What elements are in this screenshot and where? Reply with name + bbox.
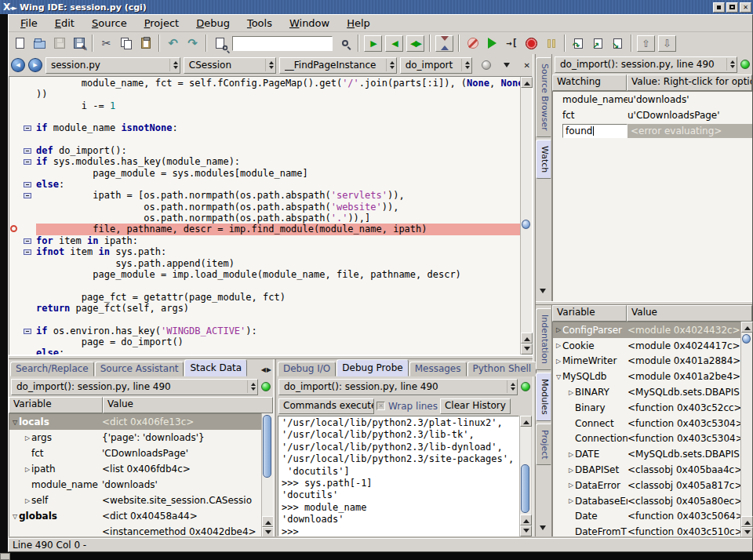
scrollbar-thumb[interactable] [742,334,751,344]
save-file-button[interactable] [49,34,69,53]
expand-right-icon[interactable]: ▷ [567,467,575,474]
shade-button[interactable] [713,2,725,13]
fold-margin[interactable] [21,303,36,314]
tab-scroll-left-icon[interactable]: ◀ [261,366,266,373]
goto-forward-button[interactable]: ▶ [364,35,382,52]
vertical-tab-watch[interactable]: Watch [536,140,551,179]
expand-right-icon[interactable]: ▷ [555,326,562,333]
code-line[interactable]: if module_name is not None: [9,122,520,133]
code-line[interactable]: i -= 1 [9,100,520,111]
menu-source[interactable]: Source [83,16,136,31]
fold-margin[interactable] [21,190,36,201]
code-line[interactable] [9,280,520,291]
variable-row-databaseer[interactable]: ▷DatabaseEr<classobj 0x405a80ec> [553,493,740,509]
code-line[interactable] [9,314,520,325]
scroll-up-icon[interactable] [521,77,533,88]
fold-margin[interactable] [21,280,36,291]
code-line[interactable]: page_module = imp.load_module(module_nam… [9,269,520,280]
scrollbar-trough[interactable] [741,333,752,516]
variable-row-configparser[interactable]: ▷ConfigParser<module 0x4024432c> [553,322,740,338]
fold-marker-icon[interactable] [24,238,31,244]
panel-menu-arrow-icon[interactable] [540,289,546,296]
code-line[interactable]: os.path.normpath(os.path.abspath('.')),] [9,213,520,224]
breakpoint-margin[interactable] [9,145,21,156]
code-line[interactable]: page_fct = getattr(page_module, fct) [9,292,520,303]
scrollbar-trough[interactable] [262,413,273,516]
history-forward-button[interactable]: ▶ [28,58,42,72]
fold-marker-icon[interactable] [24,148,31,154]
tab-messages[interactable]: Messages [409,362,467,376]
variable-row-date[interactable]: Date<function 0x403c5064> [553,509,740,525]
breakpoint-margin[interactable] [9,213,21,224]
expand-down-icon[interactable]: ▽ [11,419,19,426]
tab-stack-data[interactable]: Stack Data [184,359,247,376]
expand-right-icon[interactable]: ▷ [567,482,575,489]
code-line[interactable]: )) [9,89,520,100]
variable-row-binary[interactable]: ▷BINARY<MySQLdb.sets.DBAPIS [553,384,740,400]
undo-button[interactable]: ↶ [163,34,183,53]
variable-row-cookie[interactable]: ▷Cookie<module 0x4024417c> [553,338,740,354]
scrollbar-trough[interactable] [521,88,532,333]
breakpoint-margin[interactable] [9,134,21,145]
editor-close-icon[interactable]: ✕ [524,61,530,70]
breakpoint-margin[interactable] [9,89,21,100]
scrollbar-thumb[interactable] [521,464,529,513]
variable-row-fct[interactable]: fctu'CDownloadsPage' [553,107,752,123]
column-header-value[interactable]: Value: Right-click for options [627,75,752,91]
fold-marker-icon[interactable] [24,329,31,334]
fold-margin[interactable] [21,325,36,336]
step-to-cursor-button[interactable]: →[ [502,34,522,53]
step-over-button[interactable]: ↷ [569,34,588,53]
code-line[interactable]: sys.path.append(item) [9,258,520,269]
fold-margin[interactable] [21,246,36,257]
breakpoint-margin[interactable] [9,269,21,280]
step-out-button[interactable]: ↗ [588,34,608,53]
save-as-button[interactable]: ✎ [69,34,89,53]
breakpoint-margin[interactable] [9,156,21,167]
variable-row-binary[interactable]: Binary<function 0x403c52cc> [553,400,740,416]
breakpoint-margin[interactable] [9,314,21,325]
stop-button[interactable] [522,34,541,53]
code-line[interactable]: page = do_import() [9,336,520,347]
title-bar[interactable]: X-► Wing IDE: session.py (cgi) ✕ [0,0,753,14]
variable-row-self[interactable]: ▷self<website.site_session.CASessio [9,493,261,508]
breakpoint-margin[interactable] [9,111,21,122]
copy-button[interactable] [116,34,136,53]
scrollbar-trough[interactable] [520,427,531,515]
expand-down-icon[interactable]: ▽ [555,373,562,380]
resize-corner[interactable] [0,553,10,560]
modules-vertical-scrollbar[interactable] [740,322,752,538]
variable-row-datefromt[interactable]: DateFromT<function 0x403c510c> [553,524,740,538]
menu-edit[interactable]: Edit [46,16,83,31]
breakpoint-margin[interactable] [9,235,21,246]
variable-row-args[interactable]: ▷args{'page': 'downloads'} [9,430,261,445]
scroll-up-icon[interactable] [520,416,532,427]
expand-right-icon[interactable]: ▷ [567,451,575,458]
open-file-button[interactable] [30,34,49,53]
breakpoint-margin[interactable] [9,347,21,355]
variable-row-date[interactable]: ▷DATE<MySQLdb.sets.DBAPIS [553,446,740,462]
close-button[interactable]: ✕ [740,2,751,13]
variable-row-dbapiset[interactable]: ▷DBAPISet<classobj 0x405baa4c> [553,462,740,478]
code-line[interactable]: page_module = sys.modules[module_name] [9,168,520,179]
fold-margin[interactable] [21,111,36,122]
variable-row-ipath[interactable]: ▷ipath<list 0x406fdb4c> [9,461,261,477]
breakpoint-margin[interactable] [9,202,21,213]
file-combo[interactable]: session.py [45,57,180,74]
variable-row-mimewriter[interactable]: ▷MimeWriter<module 0x401a2884> [553,354,740,369]
fold-margin[interactable] [21,258,36,269]
class-combo[interactable]: CSession [184,57,276,74]
menu-help[interactable]: Help [338,16,379,31]
fold-margin[interactable] [21,78,36,89]
fold-margin[interactable] [21,347,36,355]
expand-right-icon[interactable]: ▷ [567,389,575,396]
scroll-down-icon[interactable] [741,527,753,538]
paste-button[interactable] [136,34,155,53]
search-in-file-button[interactable] [210,34,230,53]
scroll-up-icon[interactable] [741,322,753,333]
fold-margin[interactable] [21,179,36,190]
breakpoint-margin[interactable] [9,190,21,201]
column-header-variable[interactable]: Variable [9,397,103,413]
breakpoint-margin[interactable] [9,258,21,269]
fold-margin[interactable] [21,156,36,167]
